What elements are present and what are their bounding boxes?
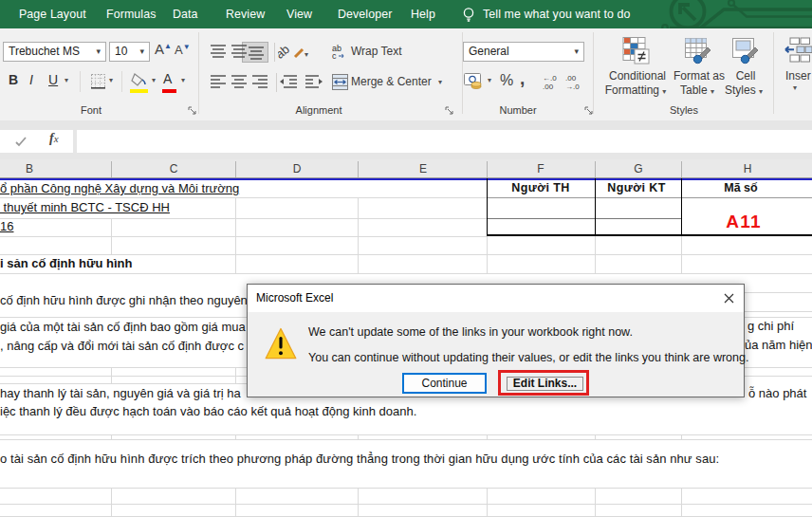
svg-text:c: c	[332, 51, 337, 60]
svg-text:.00: .00	[565, 74, 577, 83]
svg-text:▾: ▾	[304, 50, 308, 59]
svg-text:←.0: ←.0	[543, 74, 557, 83]
svg-text:.00: .00	[543, 83, 554, 90]
svg-text:ab: ab	[278, 42, 292, 62]
svg-text:→.0: →.0	[565, 83, 580, 90]
